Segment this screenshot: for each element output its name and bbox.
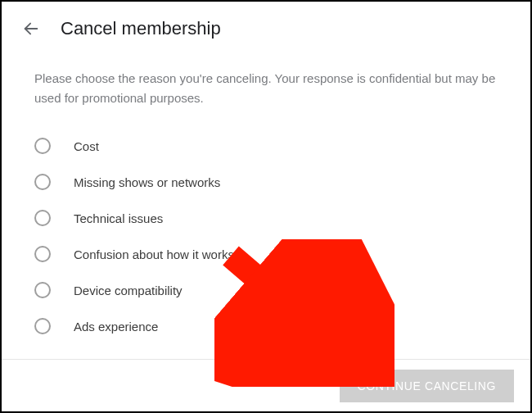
reason-option-label: Ads experience: [74, 320, 158, 334]
content-area: Please choose the reason you're cancelin…: [2, 49, 530, 352]
reason-option[interactable]: Technical issues: [34, 200, 498, 236]
radio-icon: [34, 174, 51, 190]
reason-option-label: Missing shows or networks: [74, 175, 220, 189]
reason-option[interactable]: Ads experience: [34, 308, 498, 344]
reason-options: CostMissing shows or networksTechnical i…: [34, 128, 498, 352]
arrow-left-icon: [22, 20, 40, 38]
back-button[interactable]: [21, 19, 41, 39]
reason-option-label: Technical issues: [74, 211, 163, 225]
reason-option-label: Device compatibility: [74, 284, 183, 297]
reason-option-label: Confusion about how it works: [74, 247, 234, 261]
radio-icon: [34, 138, 51, 154]
radio-icon: [34, 318, 51, 334]
radio-icon: [34, 282, 51, 298]
reason-option[interactable]: Cost: [34, 128, 498, 164]
reason-option[interactable]: Other: [34, 344, 498, 352]
radio-icon: [34, 210, 51, 226]
instructions-text: Please choose the reason you're cancelin…: [34, 69, 498, 108]
continue-canceling-button[interactable]: CONTINUE CANCELING: [340, 370, 514, 402]
reason-option[interactable]: Device compatibility: [34, 272, 498, 308]
reason-option-label: Cost: [74, 139, 99, 153]
reason-option[interactable]: Confusion about how it works: [34, 236, 498, 272]
reason-option[interactable]: Missing shows or networks: [34, 164, 498, 200]
footer-bar: CONTINUE CANCELING: [2, 359, 530, 411]
page-title: Cancel membership: [61, 18, 221, 39]
radio-icon: [34, 246, 51, 262]
